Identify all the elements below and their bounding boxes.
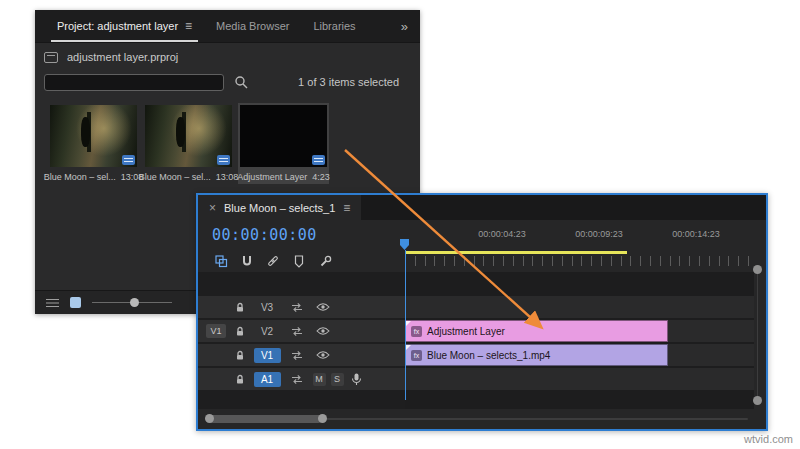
- tab-media-browser-label: Media Browser: [216, 20, 289, 32]
- clip-label: Adjustment Layer: [427, 326, 505, 337]
- ruler-label: 00:00:04:23: [478, 229, 526, 239]
- project-item-blue-moon-2[interactable]: Blue Moon – sel... 13:08: [143, 103, 234, 184]
- panel-menu-icon[interactable]: ≡: [185, 19, 192, 33]
- time-ruler[interactable]: 00:00:04:23 00:00:09:23 00:00:14:23: [405, 220, 754, 250]
- track-target-button[interactable]: V2: [261, 326, 273, 337]
- track-header-v2: V1 V2: [198, 320, 405, 342]
- track-target-button[interactable]: V1: [254, 348, 281, 363]
- tab-overflow-icon[interactable]: »: [389, 10, 420, 42]
- settings-wrench-icon[interactable]: [318, 254, 332, 268]
- h-scroll-knob-right[interactable]: [318, 414, 327, 423]
- lane-v3: [405, 296, 754, 318]
- track-lanes: fx Adjustment Layer fx Blue Moon – selec…: [405, 272, 754, 409]
- ruler-label: 00:00:14:23: [672, 229, 720, 239]
- sequence-tab-label: Blue Moon – selects_1: [224, 202, 335, 214]
- ruler-label: 00:00:09:23: [575, 229, 623, 239]
- lock-icon[interactable]: [230, 300, 250, 314]
- eye-icon[interactable]: [310, 324, 336, 338]
- source-patch-v1[interactable]: V1: [206, 324, 226, 338]
- sync-lock-icon[interactable]: [284, 348, 310, 362]
- ruler-ticks: [405, 256, 754, 266]
- linked-selection-icon[interactable]: [266, 254, 280, 268]
- project-item-grid: Blue Moon – sel... 13:08 Blue Moon – sel…: [35, 95, 420, 184]
- solo-button[interactable]: S: [331, 373, 344, 386]
- clip-thumbnail[interactable]: [50, 105, 137, 167]
- v-scroll-knob-bottom[interactable]: [753, 396, 762, 405]
- zoom-slider-knob[interactable]: [130, 298, 139, 307]
- add-marker-icon[interactable]: [292, 254, 306, 268]
- tab-sequence[interactable]: × Blue Moon – selects_1 ≡: [198, 195, 361, 220]
- clip-adjustment-layer[interactable]: fx Adjustment Layer: [405, 320, 668, 342]
- adjustment-layer-thumbnail[interactable]: [240, 105, 327, 167]
- project-search-row: 1 of 3 items selected: [35, 69, 420, 95]
- eye-icon[interactable]: [310, 348, 336, 362]
- fx-badge-icon: fx: [411, 350, 422, 361]
- v-scroll-knob-top[interactable]: [753, 265, 762, 274]
- lock-icon[interactable]: [230, 348, 250, 362]
- panel-menu-icon[interactable]: ≡: [343, 201, 350, 215]
- item-duration: 13:08: [216, 172, 239, 182]
- tab-project[interactable]: Project: adjustment layer ≡: [45, 10, 204, 42]
- item-name: Blue Moon – sel...: [139, 172, 211, 182]
- tab-libraries-label: Libraries: [313, 20, 355, 32]
- close-icon[interactable]: ×: [209, 201, 216, 215]
- clip-label: Blue Moon – selects_1.mp4: [427, 350, 550, 361]
- sequence-badge-icon: [217, 155, 230, 165]
- tab-project-label: Project: adjustment layer: [57, 20, 178, 32]
- horizontal-scrollbar[interactable]: [198, 409, 766, 429]
- project-item-blue-moon-1[interactable]: Blue Moon – sel... 13:08: [48, 103, 139, 184]
- track-header-v3: V3: [198, 296, 405, 318]
- sequence-badge-icon: [312, 155, 325, 165]
- clip-blue-moon[interactable]: fx Blue Moon – selects_1.mp4: [405, 344, 668, 366]
- lock-icon[interactable]: [230, 372, 250, 386]
- timeline-header: 00:00:00:00 00:00:04:23 00:00:09:23 00:0…: [198, 220, 766, 250]
- lock-icon[interactable]: [230, 324, 250, 338]
- mute-button[interactable]: M: [313, 373, 326, 386]
- track-target-button[interactable]: V3: [261, 302, 273, 313]
- project-panel-tabbar: Project: adjustment layer ≡ Media Browse…: [35, 10, 420, 43]
- project-item-adjustment-layer[interactable]: Adjustment Layer 4:23: [238, 103, 329, 184]
- list-view-icon[interactable]: [45, 296, 59, 310]
- zoom-slider[interactable]: [92, 302, 172, 303]
- nest-toggle-icon[interactable]: [214, 254, 228, 268]
- playhead-timecode[interactable]: 00:00:00:00: [212, 220, 317, 250]
- vertical-scrollbar[interactable]: [753, 265, 763, 405]
- timeline-toolbar: [198, 250, 405, 272]
- clip-thumbnail[interactable]: [145, 105, 232, 167]
- tab-media-browser[interactable]: Media Browser: [204, 10, 301, 42]
- track-header-a1: A1 M S: [198, 368, 405, 390]
- icon-view-icon[interactable]: [70, 297, 81, 308]
- lane-a1: [405, 368, 754, 390]
- h-scroll-thumb[interactable]: [208, 415, 322, 423]
- track-headers: V3 V1 V2: [198, 272, 405, 409]
- sequence-badge-icon: [122, 155, 135, 165]
- mic-icon[interactable]: [346, 372, 366, 386]
- fx-badge-icon: fx: [411, 326, 422, 337]
- timeline-body: V3 V1 V2: [198, 272, 766, 409]
- track-target-button[interactable]: A1: [254, 372, 281, 387]
- timeline-tabbar: × Blue Moon – selects_1 ≡: [198, 195, 766, 220]
- watermark: wtvid.com: [744, 433, 793, 445]
- snap-icon[interactable]: [240, 254, 254, 268]
- tab-libraries[interactable]: Libraries: [301, 10, 367, 42]
- timeline-panel: × Blue Moon – selects_1 ≡ 00:00:00:00 00…: [196, 193, 768, 431]
- playhead-line: [405, 250, 406, 400]
- h-scroll-knob-left[interactable]: [205, 414, 214, 423]
- eye-icon[interactable]: [310, 300, 336, 314]
- breadcrumb: adjustment layer.prproj: [67, 51, 178, 63]
- sync-lock-icon[interactable]: [284, 300, 310, 314]
- selection-status: 1 of 3 items selected: [298, 76, 411, 88]
- sync-lock-icon[interactable]: [284, 372, 310, 386]
- item-duration: 4:23: [312, 172, 330, 182]
- sync-lock-icon[interactable]: [284, 324, 310, 338]
- item-name: Adjustment Layer: [237, 172, 307, 182]
- search-input[interactable]: [44, 74, 224, 91]
- item-name: Blue Moon – sel...: [44, 172, 116, 182]
- render-bar: [405, 251, 627, 254]
- find-icon[interactable]: [234, 75, 248, 89]
- track-header-v1: V1: [198, 344, 405, 366]
- screenshot-canvas: Project: adjustment layer ≡ Media Browse…: [0, 0, 800, 449]
- project-breadcrumb-row: adjustment layer.prproj: [35, 45, 420, 69]
- project-bin-icon[interactable]: [44, 52, 58, 63]
